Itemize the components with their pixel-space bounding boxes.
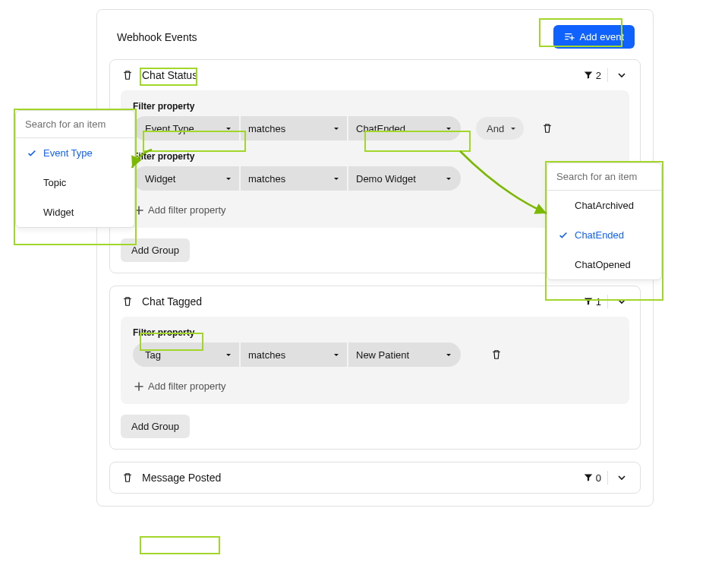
delete-filter-row-icon[interactable] — [540, 122, 554, 135]
dropdown-item[interactable]: ChatOpened — [547, 250, 661, 279]
filter-value-select[interactable]: ChatEnded — [348, 116, 461, 140]
caret-down-icon — [225, 126, 232, 132]
check-icon — [558, 230, 569, 241]
caret-down-icon — [510, 126, 516, 132]
add-group-button[interactable]: Add Group — [121, 415, 190, 438]
filter-add-icon — [564, 32, 575, 43]
filter-operator-select[interactable]: matches — [241, 342, 347, 367]
event-name: Message Posted — [142, 472, 221, 484]
dropdown-item[interactable]: Topic — [16, 168, 134, 197]
add-event-label: Add event — [579, 31, 624, 43]
chevron-down-icon — [617, 71, 626, 80]
check-icon — [558, 200, 569, 211]
event-card-message-posted: Message Posted 0 — [109, 462, 641, 494]
caret-down-icon — [225, 176, 232, 182]
filter-property-select[interactable]: Widget — [133, 166, 239, 191]
caret-down-icon — [446, 352, 452, 358]
funnel-icon — [584, 71, 593, 80]
event-name: Chat Tagged — [142, 295, 202, 308]
filter-property-select[interactable]: Event Type — [133, 116, 239, 140]
annotation-highlight — [140, 536, 220, 554]
check-icon — [27, 148, 37, 159]
filter-property-select[interactable]: Tag — [133, 342, 239, 367]
delete-event-icon[interactable] — [121, 295, 134, 308]
caret-down-icon — [333, 176, 339, 182]
collapse-toggle[interactable] — [614, 294, 629, 309]
filter-row: Tag matches New Patient — [133, 342, 617, 367]
filter-joiner-select[interactable]: And — [476, 117, 524, 140]
filter-property-label: Filter property — [133, 101, 617, 112]
collapse-toggle[interactable] — [614, 68, 629, 83]
delete-filter-row-icon[interactable] — [490, 348, 503, 361]
caret-down-icon — [446, 176, 452, 182]
caret-down-icon — [225, 352, 232, 358]
dropdown-item[interactable]: Event Type — [16, 138, 134, 168]
add-group-button[interactable]: Add Group — [121, 238, 190, 262]
caret-down-icon — [446, 126, 452, 132]
dropdown-item[interactable]: ChatArchived — [547, 191, 661, 220]
filter-operator-select[interactable]: matches — [241, 166, 347, 191]
chevron-down-icon — [617, 297, 626, 306]
plus-icon — [134, 206, 143, 215]
check-icon — [27, 207, 37, 218]
add-event-button[interactable]: Add event — [553, 25, 635, 49]
filter-count-badge: 2 — [584, 70, 601, 81]
delete-event-icon[interactable] — [121, 68, 134, 82]
panel-title: Webhook Events — [117, 31, 197, 43]
dropdown-search-input[interactable]: Search for an item — [547, 163, 661, 191]
collapse-toggle[interactable] — [614, 470, 629, 485]
filter-property-label: Filter property — [133, 151, 617, 162]
check-icon — [27, 178, 37, 188]
event-card-chat-tagged: Chat Tagged 1 Filter property — [109, 286, 641, 450]
dropdown-item[interactable]: ChatEnded — [547, 220, 661, 250]
funnel-icon — [584, 473, 593, 482]
caret-down-icon — [333, 126, 339, 132]
dropdown-search-input[interactable]: Search for an item — [16, 111, 134, 138]
value-dropdown-menu: Search for an item ChatArchived ChatEnde… — [547, 163, 662, 280]
funnel-icon — [584, 297, 593, 306]
dropdown-item[interactable]: Widget — [16, 197, 134, 227]
chevron-down-icon — [617, 473, 626, 482]
check-icon — [558, 260, 569, 270]
filter-property-label: Filter property — [133, 327, 617, 338]
filters-block: Filter property Tag matches New Patient — [121, 317, 629, 404]
add-filter-property-button[interactable]: Add filter property — [133, 201, 228, 219]
delete-event-icon[interactable] — [121, 471, 134, 484]
filter-count-badge: 0 — [584, 472, 601, 484]
filter-value-select[interactable]: New Patient — [348, 342, 461, 367]
filter-operator-select[interactable]: matches — [241, 116, 347, 140]
filter-row: Widget matches Demo Widget — [133, 166, 617, 191]
plus-icon — [134, 382, 143, 391]
filter-row: Event Type matches ChatEnded — [133, 116, 617, 140]
caret-down-icon — [333, 352, 339, 358]
filter-count-badge: 1 — [584, 296, 601, 308]
add-filter-property-button[interactable]: Add filter property — [133, 377, 228, 395]
filter-value-select[interactable]: Demo Widget — [348, 166, 461, 191]
event-name: Chat Status — [142, 69, 197, 81]
property-dropdown-menu: Search for an item Event Type Topic Widg… — [15, 110, 135, 228]
